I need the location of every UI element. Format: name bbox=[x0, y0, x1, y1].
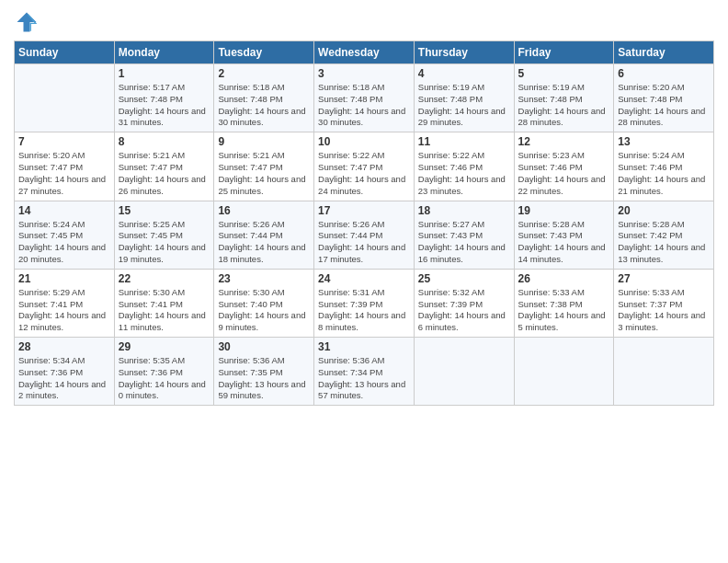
day-header-monday: Monday bbox=[114, 41, 214, 64]
header bbox=[14, 9, 714, 35]
calendar-cell: 17Sunrise: 5:26 AMSunset: 7:44 PMDayligh… bbox=[314, 201, 415, 269]
calendar-cell: 19Sunrise: 5:28 AMSunset: 7:43 PMDayligh… bbox=[514, 201, 614, 269]
calendar-cell: 26Sunrise: 5:33 AMSunset: 7:38 PMDayligh… bbox=[514, 269, 614, 337]
calendar: SundayMondayTuesdayWednesdayThursdayFrid… bbox=[14, 40, 714, 406]
calendar-cell: 23Sunrise: 5:30 AMSunset: 7:40 PMDayligh… bbox=[214, 269, 314, 337]
day-number: 18 bbox=[418, 204, 510, 217]
day-info: Sunrise: 5:26 AMSunset: 7:44 PMDaylight:… bbox=[218, 219, 310, 266]
day-number: 13 bbox=[618, 135, 710, 148]
calendar-cell: 20Sunrise: 5:28 AMSunset: 7:42 PMDayligh… bbox=[614, 201, 714, 269]
day-info: Sunrise: 5:28 AMSunset: 7:43 PMDaylight:… bbox=[518, 219, 610, 266]
day-info: Sunrise: 5:23 AMSunset: 7:46 PMDaylight:… bbox=[518, 150, 610, 197]
day-info: Sunrise: 5:22 AMSunset: 7:46 PMDaylight:… bbox=[418, 150, 510, 197]
day-info: Sunrise: 5:30 AMSunset: 7:41 PMDaylight:… bbox=[119, 287, 210, 334]
calendar-cell: 4Sunrise: 5:19 AMSunset: 7:48 PMDaylight… bbox=[414, 64, 514, 132]
calendar-cell: 11Sunrise: 5:22 AMSunset: 7:46 PMDayligh… bbox=[414, 132, 514, 201]
week-row-1: 1Sunrise: 5:17 AMSunset: 7:48 PMDaylight… bbox=[15, 64, 714, 132]
day-info: Sunrise: 5:27 AMSunset: 7:43 PMDaylight:… bbox=[418, 219, 510, 266]
calendar-cell: 27Sunrise: 5:33 AMSunset: 7:37 PMDayligh… bbox=[614, 269, 714, 337]
day-header-sunday: Sunday bbox=[15, 41, 115, 64]
day-info: Sunrise: 5:20 AMSunset: 7:48 PMDaylight:… bbox=[618, 82, 710, 129]
day-info: Sunrise: 5:36 AMSunset: 7:34 PMDaylight:… bbox=[318, 355, 410, 402]
calendar-cell: 6Sunrise: 5:20 AMSunset: 7:48 PMDaylight… bbox=[614, 64, 714, 132]
calendar-cell: 25Sunrise: 5:32 AMSunset: 7:39 PMDayligh… bbox=[414, 269, 514, 337]
day-header-friday: Friday bbox=[514, 41, 614, 64]
day-info: Sunrise: 5:31 AMSunset: 7:39 PMDaylight:… bbox=[318, 287, 410, 334]
day-number: 19 bbox=[518, 204, 610, 217]
day-info: Sunrise: 5:21 AMSunset: 7:47 PMDaylight:… bbox=[218, 150, 310, 197]
day-number: 1 bbox=[119, 67, 210, 80]
calendar-cell bbox=[414, 338, 514, 406]
day-info: Sunrise: 5:18 AMSunset: 7:48 PMDaylight:… bbox=[218, 82, 310, 129]
day-number: 7 bbox=[18, 135, 110, 148]
day-header-saturday: Saturday bbox=[614, 41, 714, 64]
calendar-cell: 21Sunrise: 5:29 AMSunset: 7:41 PMDayligh… bbox=[15, 269, 115, 337]
day-info: Sunrise: 5:34 AMSunset: 7:36 PMDaylight:… bbox=[18, 355, 110, 402]
logo-icon bbox=[14, 9, 40, 35]
day-number: 9 bbox=[218, 135, 310, 148]
calendar-cell: 10Sunrise: 5:22 AMSunset: 7:47 PMDayligh… bbox=[314, 132, 415, 201]
day-info: Sunrise: 5:19 AMSunset: 7:48 PMDaylight:… bbox=[418, 82, 510, 129]
day-number: 4 bbox=[418, 67, 510, 80]
day-info: Sunrise: 5:21 AMSunset: 7:47 PMDaylight:… bbox=[119, 150, 210, 197]
day-number: 27 bbox=[618, 272, 710, 285]
logo bbox=[14, 9, 43, 35]
calendar-cell: 1Sunrise: 5:17 AMSunset: 7:48 PMDaylight… bbox=[114, 64, 214, 132]
day-number: 5 bbox=[518, 67, 610, 80]
day-number: 6 bbox=[618, 67, 710, 80]
calendar-cell: 13Sunrise: 5:24 AMSunset: 7:46 PMDayligh… bbox=[614, 132, 714, 201]
day-number: 15 bbox=[119, 204, 210, 217]
day-number: 24 bbox=[318, 272, 410, 285]
calendar-header-row: SundayMondayTuesdayWednesdayThursdayFrid… bbox=[15, 41, 714, 64]
day-info: Sunrise: 5:33 AMSunset: 7:38 PMDaylight:… bbox=[518, 287, 610, 334]
calendar-cell: 3Sunrise: 5:18 AMSunset: 7:48 PMDaylight… bbox=[314, 64, 415, 132]
week-row-2: 7Sunrise: 5:20 AMSunset: 7:47 PMDaylight… bbox=[15, 132, 714, 201]
day-number: 22 bbox=[119, 272, 210, 285]
day-number: 20 bbox=[618, 204, 710, 217]
day-info: Sunrise: 5:29 AMSunset: 7:41 PMDaylight:… bbox=[18, 287, 110, 334]
day-info: Sunrise: 5:28 AMSunset: 7:42 PMDaylight:… bbox=[618, 219, 710, 266]
day-header-thursday: Thursday bbox=[414, 41, 514, 64]
day-number: 2 bbox=[218, 67, 310, 80]
calendar-cell: 2Sunrise: 5:18 AMSunset: 7:48 PMDaylight… bbox=[214, 64, 314, 132]
day-info: Sunrise: 5:32 AMSunset: 7:39 PMDaylight:… bbox=[418, 287, 510, 334]
calendar-cell: 8Sunrise: 5:21 AMSunset: 7:47 PMDaylight… bbox=[114, 132, 214, 201]
day-number: 14 bbox=[18, 204, 110, 217]
day-info: Sunrise: 5:20 AMSunset: 7:47 PMDaylight:… bbox=[18, 150, 110, 197]
day-header-wednesday: Wednesday bbox=[314, 41, 415, 64]
day-info: Sunrise: 5:26 AMSunset: 7:44 PMDaylight:… bbox=[318, 219, 410, 266]
calendar-cell: 29Sunrise: 5:35 AMSunset: 7:36 PMDayligh… bbox=[114, 338, 214, 406]
calendar-cell: 22Sunrise: 5:30 AMSunset: 7:41 PMDayligh… bbox=[114, 269, 214, 337]
day-info: Sunrise: 5:19 AMSunset: 7:48 PMDaylight:… bbox=[518, 82, 610, 129]
day-number: 25 bbox=[418, 272, 510, 285]
day-info: Sunrise: 5:36 AMSunset: 7:35 PMDaylight:… bbox=[218, 355, 310, 402]
day-number: 16 bbox=[218, 204, 310, 217]
calendar-cell: 24Sunrise: 5:31 AMSunset: 7:39 PMDayligh… bbox=[314, 269, 415, 337]
day-number: 8 bbox=[119, 135, 210, 148]
week-row-4: 21Sunrise: 5:29 AMSunset: 7:41 PMDayligh… bbox=[15, 269, 714, 337]
day-number: 17 bbox=[318, 204, 410, 217]
day-info: Sunrise: 5:25 AMSunset: 7:45 PMDaylight:… bbox=[119, 219, 210, 266]
calendar-cell: 15Sunrise: 5:25 AMSunset: 7:45 PMDayligh… bbox=[114, 201, 214, 269]
calendar-cell: 18Sunrise: 5:27 AMSunset: 7:43 PMDayligh… bbox=[414, 201, 514, 269]
day-info: Sunrise: 5:18 AMSunset: 7:48 PMDaylight:… bbox=[318, 82, 410, 129]
calendar-cell: 9Sunrise: 5:21 AMSunset: 7:47 PMDaylight… bbox=[214, 132, 314, 201]
day-header-tuesday: Tuesday bbox=[214, 41, 314, 64]
day-info: Sunrise: 5:35 AMSunset: 7:36 PMDaylight:… bbox=[119, 355, 210, 402]
day-info: Sunrise: 5:17 AMSunset: 7:48 PMDaylight:… bbox=[119, 82, 210, 129]
day-info: Sunrise: 5:33 AMSunset: 7:37 PMDaylight:… bbox=[618, 287, 710, 334]
calendar-cell: 30Sunrise: 5:36 AMSunset: 7:35 PMDayligh… bbox=[214, 338, 314, 406]
day-info: Sunrise: 5:24 AMSunset: 7:46 PMDaylight:… bbox=[618, 150, 710, 197]
calendar-cell: 16Sunrise: 5:26 AMSunset: 7:44 PMDayligh… bbox=[214, 201, 314, 269]
day-info: Sunrise: 5:30 AMSunset: 7:40 PMDaylight:… bbox=[218, 287, 310, 334]
calendar-cell: 14Sunrise: 5:24 AMSunset: 7:45 PMDayligh… bbox=[15, 201, 115, 269]
day-number: 23 bbox=[218, 272, 310, 285]
day-number: 28 bbox=[18, 340, 110, 353]
week-row-3: 14Sunrise: 5:24 AMSunset: 7:45 PMDayligh… bbox=[15, 201, 714, 269]
day-number: 31 bbox=[318, 340, 410, 353]
day-number: 29 bbox=[119, 340, 210, 353]
day-number: 21 bbox=[18, 272, 110, 285]
day-number: 30 bbox=[218, 340, 310, 353]
week-row-5: 28Sunrise: 5:34 AMSunset: 7:36 PMDayligh… bbox=[15, 338, 714, 406]
calendar-cell: 31Sunrise: 5:36 AMSunset: 7:34 PMDayligh… bbox=[314, 338, 415, 406]
